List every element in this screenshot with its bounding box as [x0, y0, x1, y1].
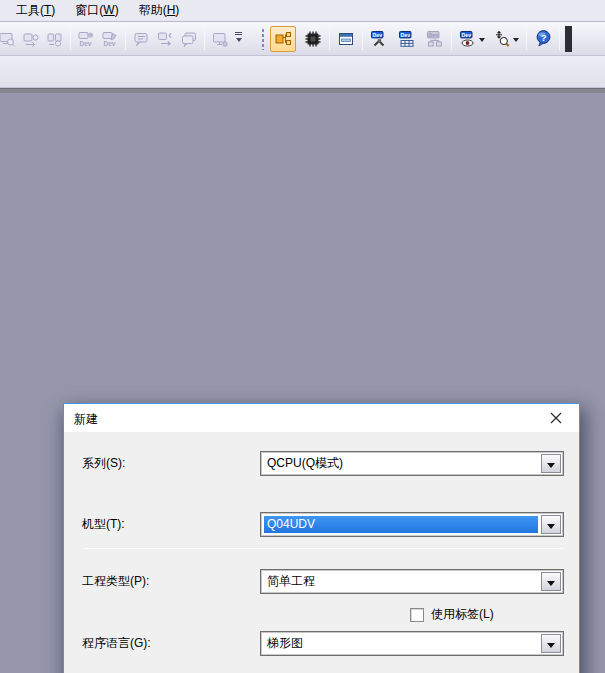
dialog-titlebar[interactable]: 新建: [64, 404, 579, 432]
svg-text:Dev: Dev: [429, 31, 439, 37]
device-display-icon[interactable]: Dev: [455, 26, 489, 52]
help-icon[interactable]: ?: [530, 26, 556, 52]
monitor-condition-icon[interactable]: [208, 26, 232, 52]
device-memory-icon[interactable]: Dev: [394, 26, 420, 52]
app-window: 工具(T) 窗口(W) 帮助(H) Dev Dev: [0, 0, 605, 673]
toolbar-grip[interactable]: [261, 28, 265, 50]
language-combobox[interactable]: 梯形图: [260, 631, 564, 656]
svg-text:Dev: Dev: [80, 40, 92, 47]
use-label-checkbox[interactable]: [410, 608, 424, 622]
language-value: 梯形图: [264, 635, 538, 652]
use-label-row: 使用标签(L): [410, 606, 494, 623]
language-label: 程序语言(G):: [82, 635, 151, 652]
series-combobox[interactable]: QCPU(Q模式): [260, 451, 564, 476]
device-find-icon[interactable]: [489, 26, 523, 52]
menu-window[interactable]: 窗口(W): [65, 0, 128, 22]
toolbar-separator: [559, 28, 560, 50]
close-button[interactable]: [541, 406, 571, 430]
close-icon: [550, 412, 562, 424]
dropdown-caret-icon: [479, 38, 485, 45]
project-type-combobox[interactable]: 简单工程: [260, 569, 564, 594]
toolbar-separator: [125, 28, 126, 50]
separator-line: [83, 548, 563, 549]
series-value: QCPU(Q模式): [264, 455, 538, 472]
comment-icon[interactable]: [129, 26, 153, 52]
series-label: 系列(S):: [82, 455, 125, 472]
menu-help[interactable]: 帮助(H): [129, 0, 190, 22]
toolbar-separator: [451, 28, 452, 50]
menu-tools[interactable]: 工具(T): [6, 0, 65, 22]
comment-2-icon[interactable]: [177, 26, 201, 52]
series-dropdown-button[interactable]: [541, 454, 561, 473]
toolbar-separator: [526, 28, 527, 50]
transfer-setup-icon[interactable]: [153, 26, 177, 52]
use-label-text[interactable]: 使用标签(L): [431, 606, 494, 623]
svg-text:Dev: Dev: [373, 31, 383, 37]
toolbar: Dev Dev Dev: [0, 22, 605, 56]
module-configuration-icon[interactable]: [300, 26, 326, 52]
mdi-workspace: 新建 系列(S): QCPU(Q模式) 机型(T): Q04UDV 工程类型(P…: [0, 93, 605, 672]
type-label: 机型(T):: [82, 516, 125, 533]
toolbar-separator: [204, 28, 205, 50]
project-type-value: 简单工程: [264, 573, 538, 590]
new-project-dialog: 新建 系列(S): QCPU(Q模式) 机型(T): Q04UDV 工程类型(P…: [63, 403, 580, 673]
menu-bar: 工具(T) 窗口(W) 帮助(H): [0, 0, 605, 22]
toolbar-row-empty: [0, 56, 605, 88]
toolbar-separator: [329, 28, 330, 50]
monitor-search-icon[interactable]: [0, 26, 19, 52]
svg-text:Dev: Dev: [104, 40, 116, 47]
device-monitor-edit-icon[interactable]: Dev: [98, 26, 122, 52]
toolbar-overflow-button[interactable]: [232, 26, 245, 52]
project-type-label: 工程类型(P):: [82, 573, 149, 590]
write-to-plc-icon[interactable]: [43, 26, 67, 52]
type-combobox[interactable]: Q04UDV: [260, 512, 564, 537]
navigation-window-icon[interactable]: [270, 26, 296, 52]
device-network-icon[interactable]: Dev: [422, 26, 448, 52]
toolbar-separator: [362, 28, 363, 50]
device-comment-find-icon[interactable]: Dev: [366, 26, 392, 52]
dropdown-caret-icon: [513, 38, 519, 45]
dialog-title: 新建: [74, 411, 98, 428]
svg-text:Dev: Dev: [401, 31, 411, 37]
svg-text:Dev: Dev: [462, 31, 472, 37]
toolbar-separator: [70, 28, 71, 50]
device-monitor-register-icon[interactable]: Dev: [74, 26, 98, 52]
partial-icon[interactable]: [565, 26, 572, 52]
project-type-dropdown-button[interactable]: [541, 572, 561, 591]
work-window-icon[interactable]: [333, 26, 359, 52]
type-value: Q04UDV: [264, 516, 538, 533]
language-dropdown-button[interactable]: [541, 634, 561, 653]
svg-text:?: ?: [540, 32, 546, 43]
type-dropdown-button[interactable]: [541, 515, 561, 534]
read-from-plc-icon[interactable]: [19, 26, 43, 52]
